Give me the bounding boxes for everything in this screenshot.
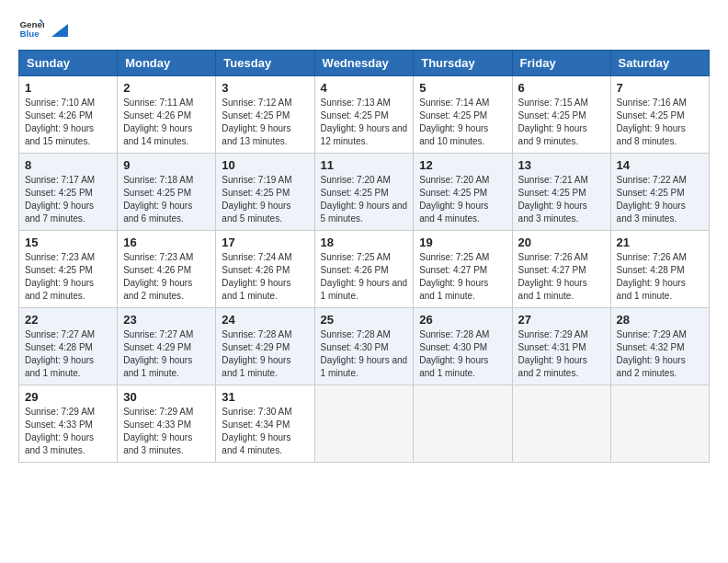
calendar-cell: 22 Sunrise: 7:27 AMSunset: 4:28 PMDaylig… <box>19 308 118 385</box>
day-number: 8 <box>25 158 111 172</box>
calendar-week-row: 22 Sunrise: 7:27 AMSunset: 4:28 PMDaylig… <box>19 308 710 385</box>
day-number: 3 <box>222 81 308 95</box>
header-friday: Friday <box>512 51 610 76</box>
day-info: Sunrise: 7:26 AMSunset: 4:27 PMDaylight:… <box>518 252 588 301</box>
calendar-cell <box>610 385 709 463</box>
calendar-cell: 28 Sunrise: 7:29 AMSunset: 4:32 PMDaylig… <box>610 308 709 385</box>
calendar-cell: 21 Sunrise: 7:26 AMSunset: 4:28 PMDaylig… <box>610 231 709 308</box>
day-info: Sunrise: 7:18 AMSunset: 4:25 PMDaylight:… <box>123 175 193 224</box>
day-number: 23 <box>123 313 210 327</box>
header-tuesday: Tuesday <box>216 51 314 76</box>
calendar-header-row: SundayMondayTuesdayWednesdayThursdayFrid… <box>19 51 710 76</box>
day-info: Sunrise: 7:30 AMSunset: 4:34 PMDaylight:… <box>222 407 291 455</box>
calendar-cell: 31 Sunrise: 7:30 AMSunset: 4:34 PMDaylig… <box>216 385 314 463</box>
day-number: 30 <box>123 390 210 404</box>
day-number: 18 <box>321 236 408 249</box>
calendar-week-row: 1 Sunrise: 7:10 AMSunset: 4:26 PMDayligh… <box>19 76 710 154</box>
day-number: 27 <box>518 313 605 327</box>
day-info: Sunrise: 7:28 AMSunset: 4:30 PMDaylight:… <box>321 329 408 378</box>
calendar-cell: 10 Sunrise: 7:19 AMSunset: 4:25 PMDaylig… <box>216 154 314 231</box>
day-number: 31 <box>222 390 308 404</box>
day-number: 13 <box>518 158 605 172</box>
calendar-cell <box>414 385 512 463</box>
calendar-cell: 26 Sunrise: 7:28 AMSunset: 4:30 PMDaylig… <box>414 308 512 385</box>
day-info: Sunrise: 7:29 AMSunset: 4:31 PMDaylight:… <box>518 329 588 378</box>
day-number: 11 <box>321 158 408 172</box>
calendar-cell: 29 Sunrise: 7:29 AMSunset: 4:33 PMDaylig… <box>19 385 118 463</box>
day-number: 20 <box>518 236 605 249</box>
day-info: Sunrise: 7:13 AMSunset: 4:25 PMDaylight:… <box>321 98 408 146</box>
day-info: Sunrise: 7:20 AMSunset: 4:25 PMDaylight:… <box>321 175 408 224</box>
svg-marker-3 <box>51 24 68 37</box>
calendar-cell: 11 Sunrise: 7:20 AMSunset: 4:25 PMDaylig… <box>314 154 414 231</box>
day-number: 10 <box>222 158 308 172</box>
day-info: Sunrise: 7:16 AMSunset: 4:25 PMDaylight:… <box>617 98 687 146</box>
header-monday: Monday <box>118 51 216 76</box>
day-number: 1 <box>25 81 111 95</box>
calendar-week-row: 29 Sunrise: 7:29 AMSunset: 4:33 PMDaylig… <box>19 385 710 463</box>
calendar-cell: 3 Sunrise: 7:12 AMSunset: 4:25 PMDayligh… <box>216 76 314 154</box>
logo: General Blue <box>18 15 68 40</box>
day-number: 9 <box>123 158 210 172</box>
calendar-cell: 13 Sunrise: 7:21 AMSunset: 4:25 PMDaylig… <box>512 154 610 231</box>
day-number: 22 <box>25 313 111 327</box>
calendar-cell: 15 Sunrise: 7:23 AMSunset: 4:25 PMDaylig… <box>19 231 118 308</box>
header-sunday: Sunday <box>19 51 118 76</box>
day-number: 26 <box>419 313 506 327</box>
day-number: 14 <box>617 158 703 172</box>
day-number: 29 <box>25 390 111 404</box>
day-info: Sunrise: 7:29 AMSunset: 4:32 PMDaylight:… <box>617 329 687 378</box>
calendar-cell: 16 Sunrise: 7:23 AMSunset: 4:26 PMDaylig… <box>118 231 216 308</box>
day-info: Sunrise: 7:10 AMSunset: 4:26 PMDaylight:… <box>25 98 95 146</box>
day-number: 25 <box>321 313 408 327</box>
calendar-week-row: 8 Sunrise: 7:17 AMSunset: 4:25 PMDayligh… <box>19 154 710 231</box>
day-number: 21 <box>617 236 703 249</box>
calendar-cell: 17 Sunrise: 7:24 AMSunset: 4:26 PMDaylig… <box>216 231 314 308</box>
day-info: Sunrise: 7:20 AMSunset: 4:25 PMDaylight:… <box>419 175 489 224</box>
day-info: Sunrise: 7:23 AMSunset: 4:26 PMDaylight:… <box>123 252 193 301</box>
day-info: Sunrise: 7:24 AMSunset: 4:26 PMDaylight:… <box>222 252 291 301</box>
day-number: 4 <box>321 81 408 95</box>
svg-text:Blue: Blue <box>19 29 40 39</box>
header-saturday: Saturday <box>610 51 709 76</box>
day-number: 7 <box>617 81 703 95</box>
day-info: Sunrise: 7:25 AMSunset: 4:26 PMDaylight:… <box>321 252 408 301</box>
day-info: Sunrise: 7:27 AMSunset: 4:28 PMDaylight:… <box>25 329 95 378</box>
calendar-cell: 12 Sunrise: 7:20 AMSunset: 4:25 PMDaylig… <box>414 154 512 231</box>
calendar-cell: 8 Sunrise: 7:17 AMSunset: 4:25 PMDayligh… <box>19 154 118 231</box>
calendar-cell: 7 Sunrise: 7:16 AMSunset: 4:25 PMDayligh… <box>610 76 709 154</box>
day-info: Sunrise: 7:12 AMSunset: 4:25 PMDaylight:… <box>222 98 291 146</box>
day-info: Sunrise: 7:28 AMSunset: 4:29 PMDaylight:… <box>222 329 291 378</box>
header-wednesday: Wednesday <box>314 51 414 76</box>
page-header: General Blue <box>18 15 710 40</box>
day-number: 19 <box>419 236 506 249</box>
header-thursday: Thursday <box>414 51 512 76</box>
day-info: Sunrise: 7:17 AMSunset: 4:25 PMDaylight:… <box>25 175 95 224</box>
calendar-table: SundayMondayTuesdayWednesdayThursdayFrid… <box>18 50 710 463</box>
day-number: 28 <box>617 313 703 327</box>
day-number: 5 <box>419 81 506 95</box>
calendar-cell: 30 Sunrise: 7:29 AMSunset: 4:33 PMDaylig… <box>118 385 216 463</box>
day-number: 15 <box>25 236 111 249</box>
calendar-cell: 4 Sunrise: 7:13 AMSunset: 4:25 PMDayligh… <box>314 76 414 154</box>
day-info: Sunrise: 7:11 AMSunset: 4:26 PMDaylight:… <box>123 98 193 146</box>
day-info: Sunrise: 7:19 AMSunset: 4:25 PMDaylight:… <box>222 175 291 224</box>
logo-triangle-icon <box>48 20 68 40</box>
calendar-cell: 20 Sunrise: 7:26 AMSunset: 4:27 PMDaylig… <box>512 231 610 308</box>
day-info: Sunrise: 7:14 AMSunset: 4:25 PMDaylight:… <box>419 98 489 146</box>
day-number: 2 <box>123 81 210 95</box>
day-info: Sunrise: 7:21 AMSunset: 4:25 PMDaylight:… <box>518 175 588 224</box>
calendar-cell: 5 Sunrise: 7:14 AMSunset: 4:25 PMDayligh… <box>414 76 512 154</box>
calendar-cell: 19 Sunrise: 7:25 AMSunset: 4:27 PMDaylig… <box>414 231 512 308</box>
calendar-cell: 27 Sunrise: 7:29 AMSunset: 4:31 PMDaylig… <box>512 308 610 385</box>
calendar-cell: 18 Sunrise: 7:25 AMSunset: 4:26 PMDaylig… <box>314 231 414 308</box>
day-info: Sunrise: 7:28 AMSunset: 4:30 PMDaylight:… <box>419 329 489 378</box>
day-number: 6 <box>518 81 605 95</box>
calendar-cell <box>314 385 414 463</box>
calendar-cell: 1 Sunrise: 7:10 AMSunset: 4:26 PMDayligh… <box>19 76 118 154</box>
day-info: Sunrise: 7:23 AMSunset: 4:25 PMDaylight:… <box>25 252 95 301</box>
calendar-cell: 2 Sunrise: 7:11 AMSunset: 4:26 PMDayligh… <box>118 76 216 154</box>
calendar-cell: 14 Sunrise: 7:22 AMSunset: 4:25 PMDaylig… <box>610 154 709 231</box>
day-info: Sunrise: 7:25 AMSunset: 4:27 PMDaylight:… <box>419 252 489 301</box>
calendar-cell: 6 Sunrise: 7:15 AMSunset: 4:25 PMDayligh… <box>512 76 610 154</box>
